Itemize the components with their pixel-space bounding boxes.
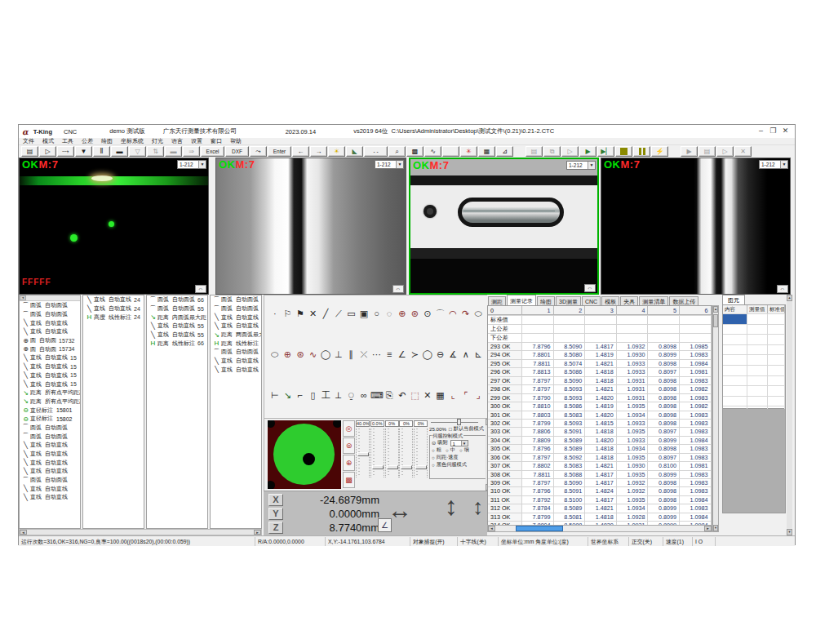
cell[interactable]: 7.8810 bbox=[522, 402, 554, 410]
blank-button[interactable] bbox=[442, 146, 459, 157]
menu-item-8[interactable]: 设置 bbox=[187, 137, 206, 145]
mode-combo[interactable]: 1▼ bbox=[450, 440, 468, 446]
arrow-left-button[interactable]: ← bbox=[292, 146, 309, 157]
menu-item-9[interactable]: 窗口 bbox=[206, 137, 226, 145]
ring-mode-grid-button[interactable]: ▩ bbox=[343, 472, 355, 488]
mode-option-3-label[interactable]: 间距·速度 bbox=[437, 454, 459, 461]
feature-row[interactable]: ╲直线自动直线 bbox=[20, 327, 80, 336]
minimize-button[interactable]: – bbox=[755, 126, 767, 135]
cell[interactable]: 0.8098 bbox=[648, 385, 680, 393]
play-to-end-button[interactable]: ▶▏ bbox=[597, 146, 614, 157]
cell[interactable]: 1.0983 bbox=[680, 411, 712, 419]
cell[interactable]: 1.0933 bbox=[617, 437, 649, 444]
coord-z-icon[interactable]: ⌟ bbox=[472, 389, 486, 402]
cell[interactable] bbox=[585, 316, 617, 324]
cell[interactable]: 1.4815 bbox=[585, 420, 617, 427]
circle-hatch-icon[interactable]: ⊕ bbox=[282, 348, 295, 361]
mode-size-option-2[interactable]: 细 bbox=[464, 446, 469, 454]
cell[interactable]: 1.0933 bbox=[617, 420, 649, 427]
cell[interactable]: 1.0935 bbox=[617, 428, 649, 435]
cell[interactable]: 1.0983 bbox=[680, 428, 712, 435]
cell[interactable]: 1.0933 bbox=[617, 360, 649, 367]
cell[interactable]: 8.5090 bbox=[554, 377, 586, 384]
cell[interactable] bbox=[522, 334, 554, 342]
feature-row[interactable]: ╲直线自动直线 bbox=[20, 458, 80, 467]
table-row[interactable]: 299 OK7.87908.50931.48201.09310.80981.09… bbox=[488, 394, 712, 402]
feature-row[interactable]: ↘距离两圆弧最大距 bbox=[211, 331, 261, 340]
cell[interactable] bbox=[680, 325, 712, 333]
ring-light-circle[interactable] bbox=[273, 424, 335, 485]
feature-row[interactable]: ⊕圆自动圆15734 bbox=[20, 344, 80, 353]
slider-track[interactable] bbox=[356, 429, 370, 477]
camera-1-select[interactable]: 1-212▼ bbox=[177, 160, 206, 169]
cell[interactable] bbox=[617, 325, 649, 333]
element-row[interactable] bbox=[723, 325, 785, 335]
radio-icon[interactable]: ○ bbox=[432, 455, 435, 460]
element-cell[interactable] bbox=[723, 376, 747, 386]
slider-thumb[interactable] bbox=[401, 465, 412, 469]
menu-item-0[interactable]: 文件 bbox=[19, 137, 38, 145]
cell[interactable]: 8.5074 bbox=[554, 360, 586, 367]
cell[interactable]: 1.4818 bbox=[585, 368, 617, 375]
table-row[interactable]: 标准值 bbox=[488, 316, 712, 325]
table-row[interactable]: 上公差 bbox=[488, 325, 712, 334]
camera-4-view[interactable]: OKM:7 1-212▼ ⇔ bbox=[601, 158, 791, 295]
cell[interactable]: 7.8792 bbox=[522, 496, 554, 504]
cell[interactable]: 0.8098 bbox=[648, 402, 680, 410]
feature-row[interactable]: ⌒圆弧自动圆弧 bbox=[20, 424, 80, 433]
mode-option-1-label[interactable]: 吸附 bbox=[437, 439, 447, 446]
cell[interactable] bbox=[680, 316, 712, 324]
cell[interactable] bbox=[585, 334, 617, 342]
element-row[interactable] bbox=[723, 366, 785, 376]
cell[interactable]: 1.4821 bbox=[585, 385, 617, 393]
element-cell[interactable] bbox=[747, 376, 768, 386]
keyboard-icon[interactable]: ⌨ bbox=[370, 389, 384, 402]
element-cell[interactable] bbox=[768, 345, 785, 355]
table-row[interactable]: 303 OK7.88068.50911.48181.09350.80971.09… bbox=[488, 428, 712, 436]
cross-mark-icon[interactable]: ✕ bbox=[307, 307, 320, 320]
multi-line-icon[interactable]: ≡ bbox=[383, 348, 396, 361]
cell[interactable]: 8.5081 bbox=[554, 513, 586, 521]
feature-row[interactable]: ⌒圆弧自动圆弧33 bbox=[211, 348, 261, 357]
feature-row[interactable]: ╲直线自动直线15 bbox=[20, 380, 80, 389]
ring-mode-quad-button[interactable]: ⊕ bbox=[343, 455, 355, 471]
cell[interactable]: 1.0983 bbox=[680, 471, 712, 478]
slider-thumb[interactable] bbox=[415, 465, 427, 469]
tab-8[interactable]: 数据上传 bbox=[669, 296, 698, 305]
element-cell[interactable] bbox=[768, 376, 785, 386]
feature-row[interactable]: ╲直线自动直线 bbox=[20, 318, 80, 327]
glasses-icon[interactable]: ∞ bbox=[357, 389, 370, 402]
cell[interactable]: 0.8099 bbox=[648, 351, 680, 358]
camera-4-resize-button[interactable]: ⇔ bbox=[777, 285, 788, 293]
feature-row[interactable]: ╲直线自动直线 bbox=[20, 450, 80, 459]
tab-7[interactable]: 测量清单 bbox=[639, 296, 668, 305]
cell[interactable]: 7.8813 bbox=[522, 368, 554, 375]
cell[interactable]: 1.4820 bbox=[585, 411, 617, 419]
wave-icon[interactable]: ∿ bbox=[307, 348, 320, 361]
element-row[interactable] bbox=[723, 397, 785, 407]
list-scrollbar[interactable]: ◄ bbox=[20, 295, 80, 301]
scroll-thumb[interactable] bbox=[516, 526, 563, 531]
cell[interactable]: 0.8097 bbox=[648, 454, 680, 461]
feature-row[interactable]: ╲直线自动直线24 bbox=[83, 295, 144, 304]
table-row[interactable]: 311 OK7.87928.51001.48171.09350.80981.09… bbox=[488, 496, 712, 504]
feature-row[interactable]: ⌒圆弧自动圆弧55 bbox=[211, 304, 261, 313]
cell[interactable]: 1.0932 bbox=[617, 479, 649, 486]
cell[interactable]: 7.8802 bbox=[522, 462, 554, 469]
circle-hatch-2-icon[interactable]: ⊛ bbox=[294, 348, 307, 361]
excel-button[interactable]: Excel bbox=[201, 146, 224, 157]
scroll-down-icon[interactable]: ▼ bbox=[713, 525, 718, 531]
cell[interactable]: 1.0934 bbox=[617, 445, 649, 452]
cell[interactable] bbox=[585, 325, 617, 333]
cell[interactable]: 1.4817 bbox=[585, 471, 617, 478]
height-dim-icon[interactable]: ▯ bbox=[307, 389, 320, 402]
circle-cross-icon[interactable]: ⊕ bbox=[396, 307, 409, 320]
scroll-thumb[interactable] bbox=[713, 314, 718, 327]
maximize-button[interactable]: ❐ bbox=[767, 126, 779, 135]
menu-item-7[interactable]: 语言 bbox=[167, 137, 187, 145]
cell[interactable]: 1.4817 bbox=[585, 343, 617, 350]
element-cell[interactable] bbox=[747, 355, 768, 365]
cell[interactable] bbox=[522, 325, 554, 333]
circle-tool-icon[interactable]: ○ bbox=[370, 307, 384, 320]
element-cell[interactable] bbox=[723, 345, 747, 355]
